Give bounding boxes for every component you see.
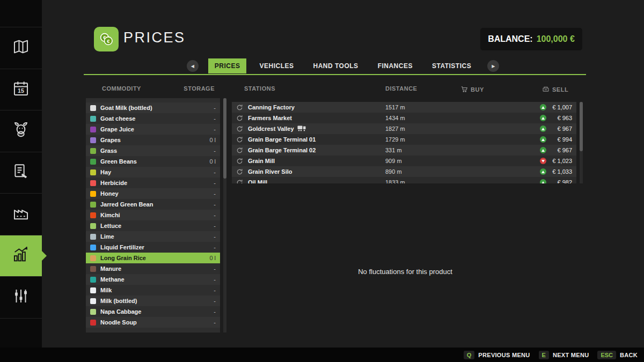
trend-up-icon — [540, 104, 546, 110]
commodity-row[interactable]: Milk - — [86, 285, 220, 295]
commodity-name: Long Grain Rice — [100, 255, 146, 261]
commodity-row[interactable]: Grape Juice - — [86, 124, 220, 135]
station-price: € 1,033 — [540, 166, 572, 177]
tab-vehicles[interactable]: VEHICLES — [253, 58, 300, 73]
commodity-icon — [90, 159, 96, 165]
commodity-storage-value: 0 l — [209, 158, 216, 165]
commodity-storage-value: - — [214, 287, 216, 293]
commodity-row[interactable]: Grapes 0 l — [86, 135, 220, 145]
commodity-row[interactable]: Lime - — [86, 231, 220, 242]
commodity-storage-value: - — [214, 201, 216, 208]
station-row[interactable]: Grain Barge Terminal 02 331 m € 967 — [232, 145, 576, 156]
tab-prices[interactable]: PRICES — [208, 58, 247, 73]
key-hint-label: NEXT MENU — [553, 352, 589, 358]
commodity-row[interactable]: Jarred Green Bean - — [86, 199, 220, 210]
commodity-name: Hay — [100, 169, 111, 175]
commodity-storage-value: - — [214, 147, 216, 154]
key-badge-q[interactable]: Q — [464, 351, 475, 359]
commodity-row[interactable]: Goat cheese - — [86, 113, 220, 124]
commodity-storage-value: - — [214, 190, 216, 197]
sidebar-item-calendar[interactable]: 15 — [0, 69, 42, 110]
sidebar-item-settings[interactable] — [0, 276, 42, 318]
commodity-name: Liquid Fertilizer — [100, 244, 144, 250]
commodity-storage-value: - — [214, 244, 216, 250]
screen: 15 € € PRICES BALANCE: 100,000 € ◀ PRICE… — [0, 0, 644, 362]
column-header-storage: STORAGE — [177, 85, 215, 92]
commodity-row[interactable]: Napa Cabbage - — [86, 306, 220, 317]
refresh-icon — [236, 114, 243, 124]
key-hint: ESC BACK — [597, 351, 638, 359]
contracts-icon — [12, 162, 30, 183]
station-distance: 1434 m — [385, 113, 405, 123]
commodity-row[interactable]: Methane - — [86, 274, 220, 285]
commodity-icon — [90, 202, 96, 208]
station-row[interactable]: Grain River Silo 890 m € 1,033 — [232, 166, 576, 177]
tab-prev-button[interactable]: ◀ — [187, 60, 199, 72]
sidebar-item-contracts[interactable] — [0, 152, 42, 194]
balance-label: BALANCE: — [488, 34, 533, 44]
commodity-name: Lime — [100, 233, 114, 240]
commodity-row[interactable]: Manure - — [86, 263, 220, 274]
station-price: € 967 — [540, 145, 572, 156]
station-row[interactable]: Grain Barge Terminal 01 1729 m € 994 — [232, 134, 576, 145]
commodity-row[interactable]: Goat Milk (bottled) - — [86, 102, 220, 113]
station-name: Goldcrest Valley — [248, 123, 306, 134]
commodity-icon — [90, 234, 96, 240]
station-scrollbar-thumb[interactable] — [580, 102, 583, 151]
refresh-icon — [236, 146, 243, 156]
statistics-icon — [12, 246, 30, 266]
commodity-row[interactable]: Green Beans 0 l — [86, 156, 220, 167]
tab-bar: ◀ PRICESVEHICLESHAND TOOLSFINANCESSTATIS… — [42, 58, 644, 74]
commodity-storage-value: - — [214, 169, 216, 175]
animals-icon — [12, 121, 30, 141]
sidebar-item-map[interactable] — [0, 27, 42, 69]
commodity-row[interactable]: Liquid Fertilizer - — [86, 242, 220, 253]
commodity-icon — [90, 137, 96, 143]
commodity-row[interactable]: Long Grain Rice 0 l — [86, 253, 220, 263]
station-price: € 967 — [540, 123, 572, 134]
trend-up-icon — [540, 168, 546, 175]
commodity-name: Grapes — [100, 137, 121, 143]
commodity-row[interactable]: Herbicide - — [86, 178, 220, 188]
station-row[interactable]: Canning Factory 1517 m € 1,007 — [232, 102, 576, 113]
tab-next-button[interactable]: ▶ — [487, 60, 499, 72]
commodity-scrollbar-thumb[interactable] — [223, 98, 226, 179]
commodity-row-partial[interactable] — [86, 328, 220, 333]
commodity-name: Goat cheese — [100, 115, 135, 122]
trend-up-icon — [540, 115, 546, 121]
station-sell-price: € 994 — [550, 136, 572, 143]
commodity-scrollbar[interactable] — [223, 98, 226, 333]
commodity-row[interactable]: Noodle Soup - — [86, 317, 220, 328]
station-distance: 1729 m — [385, 134, 405, 145]
svg-text:15: 15 — [18, 87, 24, 94]
trend-up-icon — [540, 179, 546, 183]
station-distance: 890 m — [385, 166, 402, 177]
station-row[interactable]: Grain Mill 909 m € 1,023 — [232, 156, 576, 166]
commodity-name: Herbicide — [100, 180, 127, 186]
commodity-row[interactable]: Milk (bottled) - — [86, 295, 220, 306]
commodity-name: Jarred Green Bean — [100, 201, 153, 208]
commodity-row[interactable]: Hay - — [86, 167, 220, 178]
column-header-distance: DISTANCE — [385, 85, 417, 92]
station-scrollbar[interactable] — [580, 102, 583, 183]
commodity-row[interactable]: Lettuce - — [86, 220, 220, 231]
commodity-row[interactable]: Kimchi - — [86, 210, 220, 220]
station-row[interactable]: Farmers Market 1434 m € 963 — [232, 113, 576, 123]
tab-hand-tools[interactable]: HAND TOOLS — [307, 58, 365, 73]
sidebar-item-statistics[interactable] — [0, 235, 42, 277]
sidebar-item-animals[interactable] — [0, 110, 42, 152]
commodity-name: Honey — [100, 190, 119, 197]
commodity-row[interactable]: Grass - — [86, 145, 220, 156]
sidebar-item-production[interactable] — [0, 193, 42, 235]
tab-finances[interactable]: FINANCES — [371, 58, 419, 73]
commodity-name: Kimchi — [100, 212, 120, 218]
commodity-row[interactable]: Honey - — [86, 188, 220, 199]
key-badge-esc[interactable]: ESC — [597, 351, 616, 359]
map-icon — [12, 38, 30, 58]
key-badge-e[interactable]: E — [539, 351, 549, 359]
commodity-row-partial[interactable] — [86, 98, 220, 102]
tab-statistics[interactable]: STATISTICS — [426, 58, 478, 73]
station-row[interactable]: Oil Mill 1833 m € 982 — [232, 177, 576, 183]
tab-underline — [84, 74, 586, 75]
station-row[interactable]: Goldcrest Valley 1827 m € 967 — [232, 123, 576, 134]
